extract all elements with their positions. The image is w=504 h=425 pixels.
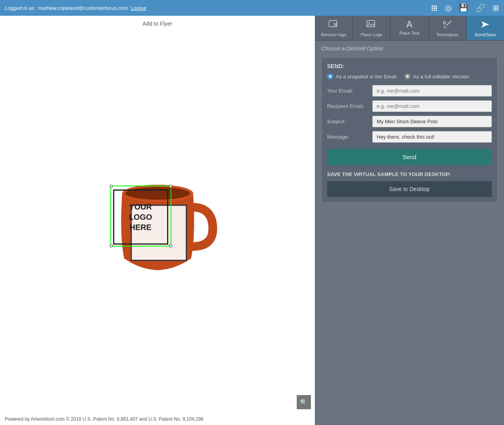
recipient-email-input[interactable] (372, 100, 492, 112)
place-logo-icon (366, 20, 377, 31)
layout: Add to Flyer (0, 16, 504, 425)
save-desktop-button[interactable]: Save to Desktop (327, 181, 492, 197)
snapshot-label: As a snapshot in the Email (336, 74, 396, 80)
place-logo-label: Place Logo (361, 32, 382, 37)
send-save-icon (480, 20, 490, 31)
editable-label: As a full editable Version (413, 74, 469, 80)
share-icon[interactable]: 🔗 (476, 3, 485, 13)
send-options: As a snapshot in the Email As a full edi… (327, 73, 492, 80)
recipient-email-row: Recipient Email: (327, 100, 492, 112)
svg-point-10 (443, 22, 446, 24)
toolbar-techniques[interactable]: Techniques (429, 16, 467, 40)
logged-in-label: Logged in as: (5, 5, 35, 11)
grid-icon[interactable]: ⊞ (493, 3, 499, 13)
search-icon: 🔍 (300, 399, 308, 406)
search-button[interactable]: 🔍 (297, 395, 311, 409)
send-option-editable[interactable]: As a full editable Version (404, 73, 469, 80)
recipient-email-label: Recipient Email: (327, 103, 372, 109)
subject-row: Subject: (327, 116, 492, 127)
remove-logo-label: Remove logo (321, 32, 346, 37)
choose-option-text: Choose a Desired Option (321, 45, 498, 52)
add-to-flyer-button[interactable]: Add to Flyer (0, 16, 315, 30)
topbar: Logged in as: mathew.copeland@customerfo… (0, 0, 504, 16)
your-email-row: Your Email: (327, 85, 492, 97)
canvas-main: YOUR LOGO HERE ↺ (0, 30, 315, 413)
toolbar-place-logo[interactable]: Place Logo (353, 16, 391, 40)
your-email-input[interactable] (372, 85, 492, 97)
mug-container: YOUR LOGO HERE ↺ (97, 164, 219, 280)
circle-icon[interactable]: ◎ (445, 3, 452, 13)
topbar-left: Logged in as: mathew.copeland@customerfo… (5, 5, 146, 11)
place-text-label: Place Text (400, 31, 420, 35)
radio-editable[interactable] (404, 73, 411, 80)
message-label: Message: (327, 134, 372, 140)
toolbar-send-save[interactable]: Send/Save (467, 16, 504, 40)
send-button[interactable]: Send (327, 149, 492, 165)
save-label: SAVE THE VIRTUAL SAMPLE TO YOUR DESKTOP: (327, 171, 492, 177)
radio-snapshot[interactable] (327, 73, 333, 80)
user-email: mathew.copeland@customerfocus.com (38, 5, 128, 11)
canvas-area: Add to Flyer (0, 16, 315, 425)
toolbar-remove-logo[interactable]: Remove logo (315, 16, 353, 40)
toolbar-place-text[interactable]: A Place Text (391, 16, 428, 40)
send-option-snapshot[interactable]: As a snapshot in the Email (327, 73, 396, 80)
logout-link[interactable]: Logout (131, 5, 147, 11)
save-section: SAVE THE VIRTUAL SAMPLE TO YOUR DESKTOP:… (327, 171, 492, 197)
footer: Powered by Artworktool.com © 2019 U.S. P… (0, 413, 315, 425)
remove-logo-icon (328, 20, 339, 31)
techniques-icon (442, 20, 452, 31)
subject-label: Subject: (327, 119, 372, 124)
techniques-label: Techniques (436, 32, 458, 37)
place-text-icon: A (406, 20, 413, 29)
subject-input[interactable] (372, 116, 492, 127)
send-label: SEND: (327, 63, 492, 69)
toolbar: Remove logo Place Logo A Place Text Tech… (315, 16, 504, 41)
your-email-label: Your Email: (327, 88, 372, 94)
topbar-right: ⊞ ◎ 💾 🔗 ⊞ (431, 3, 499, 13)
right-panel: Remove logo Place Logo A Place Text Tech… (315, 16, 504, 425)
send-save-box: SEND: As a snapshot in the Email As a fu… (321, 57, 498, 203)
save-icon[interactable]: 💾 (459, 3, 469, 13)
panel-content: Choose a Desired Option SEND: As a snaps… (315, 41, 504, 425)
footer-text: Powered by Artworktool.com © 2019 U.S. P… (5, 416, 203, 422)
message-input[interactable] (372, 131, 492, 143)
message-row: Message: (327, 131, 492, 143)
svg-point-9 (368, 22, 370, 24)
logo-overlay: YOUR LOGO HERE (113, 189, 168, 245)
send-save-label: Send/Save (475, 32, 496, 37)
new-doc-icon[interactable]: ⊞ (431, 3, 438, 13)
